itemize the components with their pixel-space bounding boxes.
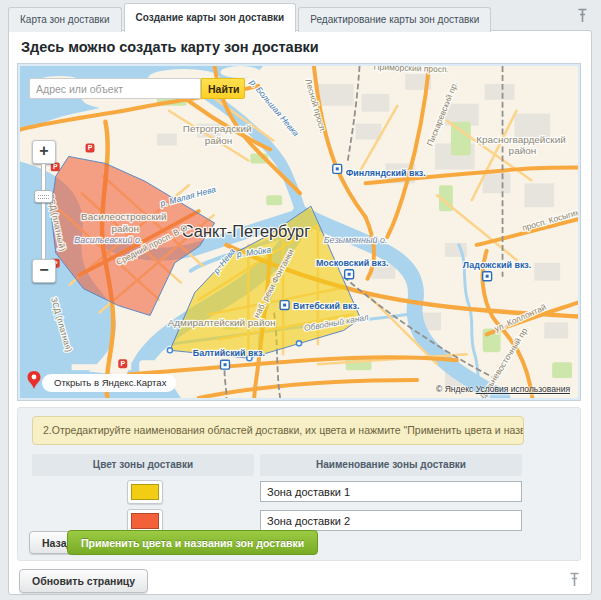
svg-text:P: P [120,360,125,367]
map-label-station-moskovsky: Московский вкз. [316,258,389,268]
pin-icon[interactable] [576,8,589,24]
color-column-header: Цвет зоны доставки [32,454,254,476]
apply-colors-names-button[interactable]: Применить цвета и названия зон доставки [67,530,318,555]
zone-2-name-input[interactable] [260,510,522,531]
delivery-zones-page: Карта зон доставки Создание карты зон до… [0,0,601,600]
tab-bar: Карта зон доставки Создание карты зон до… [8,3,493,32]
terms-of-use-link[interactable]: Условия использования [476,384,570,394]
main-panel: Здесь можно создать карту зон доставки [8,30,592,595]
yandex-map[interactable]: Санкт-Петербург Петроградский район Васи… [20,66,578,398]
zone-1-color-swatch[interactable] [127,480,163,504]
svg-text:P: P [53,163,58,170]
map-label-city: Санкт-Петербург [182,222,310,240]
zone-1-color-fill [131,484,159,500]
instruction-note: 2.Отредактируйте наименования областей д… [32,416,524,445]
zoom-out-button[interactable]: − [32,259,56,283]
map-label-station-ladozhsky: Ладожский вкз. [463,260,531,270]
map-label-station-finlyandsky: Финляндский вкз. [346,168,426,178]
zoom-slider-track[interactable] [41,163,46,260]
search-input[interactable] [29,78,201,99]
pin-icon-bottom[interactable] [568,572,581,588]
name-column-header: Наименование зоны доставки [260,454,522,476]
zones-form: 2.Отредактируйте наименования областей д… [17,407,581,561]
tab-create-zone-map[interactable]: Создание карты зон доставки [124,3,297,32]
open-in-yandex-maps-link[interactable]: Открыть в Яндекс.Картах [42,374,176,392]
yandex-logo-icon [27,371,41,393]
map-label-island-vasilievsky: Васильевский о. [74,235,142,245]
copyright-text: © Яндекс [436,384,473,394]
map-label-station-baltiysky: Балтийский вкз. [193,348,265,358]
tab-zone-map[interactable]: Карта зон доставки [8,7,122,32]
map-container: Санкт-Петербург Петроградский район Васи… [17,63,581,401]
svg-text:P: P [88,144,93,151]
map-label-island-bezymyanny: Безымянный о. [324,235,388,245]
map-canvas: Санкт-Петербург Петроградский район Васи… [20,66,578,398]
search-button[interactable]: Найти [201,78,245,99]
page-title: Здесь можно создать карту зон доставки [21,39,319,55]
zone-1-name-input[interactable] [260,481,522,502]
map-label-station-vitebsky: Витебский вкз. [293,301,359,311]
zone-2-color-fill [131,513,159,529]
tab-edit-zone-map[interactable]: Редактирование карты зон доставки [298,7,491,32]
refresh-page-button[interactable]: Обновить страницу [19,569,148,593]
map-attribution: © Яндекс Условия использования [436,384,570,394]
zoom-in-button[interactable]: + [32,140,56,164]
zoom-slider-handle[interactable] [34,190,53,203]
